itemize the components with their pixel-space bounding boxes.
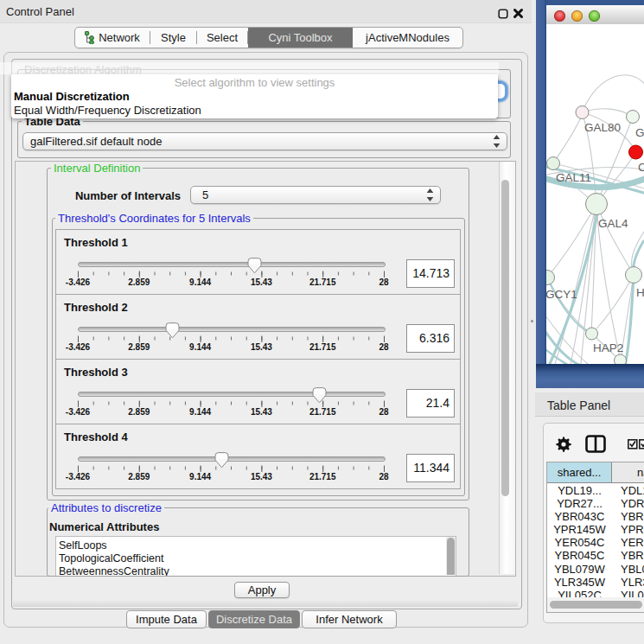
svg-text:GAL: GAL xyxy=(635,126,644,139)
svg-text:C: C xyxy=(638,161,644,174)
svg-text:GAL80: GAL80 xyxy=(584,121,621,134)
svg-text:HAP2: HAP2 xyxy=(593,341,623,354)
svg-text:GAL4: GAL4 xyxy=(598,217,628,230)
svg-text:GAL11: GAL11 xyxy=(556,171,591,184)
svg-text:GCY1: GCY1 xyxy=(546,288,577,301)
svg-text:H: H xyxy=(636,286,644,299)
